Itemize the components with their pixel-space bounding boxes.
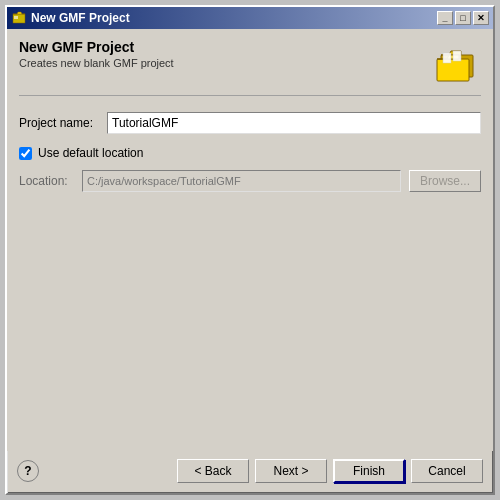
page-header-text: New GMF Project Creates new blank GMF pr… xyxy=(19,39,174,69)
use-default-location-checkbox[interactable] xyxy=(19,147,32,160)
title-bar-buttons[interactable]: _ □ ✕ xyxy=(437,11,489,25)
use-default-location-row: Use default location xyxy=(19,146,481,160)
content-area: New GMF Project Creates new blank GMF pr… xyxy=(7,29,493,451)
svg-rect-2 xyxy=(14,16,18,19)
location-input[interactable] xyxy=(82,170,401,192)
page-subtitle: Creates new blank GMF project xyxy=(19,57,174,69)
svg-marker-1 xyxy=(13,12,25,14)
location-label: Location: xyxy=(19,174,74,188)
page-header: New GMF Project Creates new blank GMF pr… xyxy=(19,39,481,96)
dialog-window: New GMF Project _ □ ✕ New GMF Project Cr… xyxy=(5,5,495,495)
project-name-label: Project name: xyxy=(19,116,99,130)
use-default-location-label: Use default location xyxy=(38,146,143,160)
title-bar: New GMF Project _ □ ✕ xyxy=(7,7,493,29)
svg-rect-7 xyxy=(443,53,451,63)
next-button[interactable]: Next > xyxy=(255,459,327,483)
maximize-button[interactable]: □ xyxy=(455,11,471,25)
location-row: Location: Browse... xyxy=(19,170,481,192)
cancel-button[interactable]: Cancel xyxy=(411,459,483,483)
minimize-button[interactable]: _ xyxy=(437,11,453,25)
svg-rect-8 xyxy=(453,51,461,61)
close-button[interactable]: ✕ xyxy=(473,11,489,25)
form-area: Project name: Use default location Locat… xyxy=(19,112,481,277)
svg-rect-5 xyxy=(437,59,469,81)
project-name-row: Project name: xyxy=(19,112,481,134)
page-icon xyxy=(433,39,481,87)
title-bar-left: New GMF Project xyxy=(11,10,130,26)
button-bar: ? < Back Next > Finish Cancel xyxy=(7,451,493,493)
help-button[interactable]: ? xyxy=(17,460,39,482)
title-bar-text: New GMF Project xyxy=(31,11,130,25)
finish-button[interactable]: Finish xyxy=(333,459,405,483)
page-title: New GMF Project xyxy=(19,39,174,55)
project-name-input[interactable] xyxy=(107,112,481,134)
dialog-buttons: < Back Next > Finish Cancel xyxy=(177,459,483,483)
back-button[interactable]: < Back xyxy=(177,459,249,483)
window-icon xyxy=(11,10,27,26)
browse-button[interactable]: Browse... xyxy=(409,170,481,192)
